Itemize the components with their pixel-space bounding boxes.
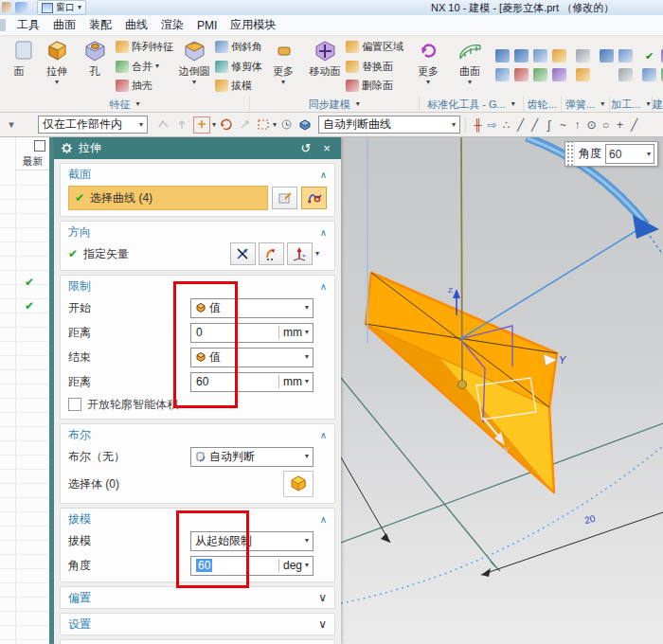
menu-assembly[interactable]: 装配 [89, 17, 112, 33]
toolbar-icon[interactable] [576, 49, 590, 63]
group-features[interactable]: 特征▾ [0, 97, 250, 112]
axis-ball-handle[interactable] [458, 381, 467, 389]
solid-body-icon[interactable] [297, 117, 313, 133]
edge-blend-button[interactable]: 边倒圆 ▾ [175, 36, 213, 97]
drag-icon[interactable] [237, 117, 252, 133]
menu-surface[interactable]: 曲面 [53, 17, 76, 33]
menu-render[interactable]: 渲染 [161, 17, 184, 33]
toolbar-icon[interactable] [552, 68, 566, 81]
rectangle-select-icon[interactable] [256, 117, 271, 133]
group-spring[interactable]: 弹簧...▾ [562, 97, 610, 112]
navigator-column-header[interactable]: 最新 [16, 154, 49, 170]
move-up-icon[interactable] [174, 117, 189, 133]
menu-tools[interactable]: 工具 [17, 17, 40, 33]
group-gear[interactable]: 齿轮... [524, 97, 561, 112]
draft-button[interactable]: 拔模 [215, 78, 262, 94]
snap-point-cloud-icon[interactable]: ∴ [499, 118, 513, 132]
hole-button[interactable]: 孔 [76, 36, 114, 97]
unite-button[interactable]: 合并 ▾ [116, 59, 173, 75]
chevron-down-icon[interactable]: ▾ [315, 250, 319, 258]
snap-plus-icon[interactable] [193, 116, 210, 134]
graphics-viewport[interactable]: Z Y X 20 角度 60 ▾ [341, 137, 663, 644]
settings-group[interactable]: 设置 ∨ [60, 613, 335, 635]
snap-arc-center-icon[interactable]: ⊙ [584, 118, 599, 132]
clock-icon[interactable] [278, 117, 294, 133]
chevron-down-icon[interactable]: ▾ [273, 121, 277, 129]
group-partial[interactable]: 建 [653, 97, 663, 112]
toolbar-icon[interactable] [600, 68, 614, 81]
toolbar-icon[interactable] [533, 49, 547, 63]
select-curve-row[interactable]: ✔ 选择曲线 (4) [68, 186, 268, 210]
unit-dropdown[interactable]: deg ▾ [278, 559, 313, 572]
section-header[interactable]: 截面 ∧ [68, 167, 327, 183]
toolbar-icon[interactable] [618, 49, 633, 63]
snap-midpoint-icon[interactable]: ╱ [528, 118, 542, 132]
trim-body-button[interactable]: 修剪体 [215, 59, 262, 75]
offset-region-button[interactable]: 偏置区域 [346, 39, 403, 55]
toolbar-icon[interactable] [552, 49, 566, 63]
snap-intersection-icon[interactable]: + [613, 118, 627, 132]
menu-pmi[interactable]: PMI [197, 19, 217, 32]
close-button[interactable]: × [319, 141, 334, 155]
group-sync-modeling[interactable]: 同步建模▾ [250, 97, 420, 112]
vector-option-button[interactable] [287, 242, 313, 265]
snap-pole-icon[interactable]: ↑ [570, 118, 584, 132]
toolbar-icon[interactable] [514, 68, 529, 81]
move-face-button[interactable]: 移动面 [306, 36, 344, 97]
select-body-button[interactable] [283, 471, 314, 497]
unit-dropdown[interactable]: mm ▾ [278, 375, 313, 388]
extrude-button[interactable]: 拉伸 ▾ [38, 36, 76, 97]
snap-endpoint-icon[interactable]: ╱ [513, 118, 528, 132]
unit-dropdown[interactable]: mm ▾ [278, 326, 313, 339]
surface-button[interactable]: 曲面 ▾ [451, 36, 489, 97]
vector-dialog-button[interactable] [259, 242, 284, 265]
shell-button[interactable]: 抽壳 [116, 78, 173, 94]
toolbar-icon[interactable] [576, 68, 590, 81]
curve-section-button[interactable] [301, 187, 327, 209]
reverse-direction-button[interactable] [230, 242, 256, 265]
chamfer-button[interactable]: 倒斜角 [215, 39, 262, 55]
curve-rule-dropdown[interactable]: 自动判断曲线 ▾ [318, 116, 460, 134]
reset-button[interactable]: ↺ [298, 141, 314, 155]
partial-button[interactable]: 面 [0, 36, 38, 97]
window-menu-button[interactable]: 窗口 ▾ [37, 0, 86, 15]
boolean-header[interactable]: 布尔 ∧ [68, 427, 327, 443]
more-sync-button[interactable]: 更多 ▾ [409, 36, 447, 97]
toolbar-icon[interactable] [514, 49, 529, 63]
snap-arrow-icon[interactable]: ⇨ [485, 118, 499, 132]
sketch-section-button[interactable] [272, 187, 297, 209]
toolbar-icon[interactable] [495, 68, 510, 81]
delete-face-button[interactable]: 删除面 [346, 78, 403, 94]
snap-two-lines-icon[interactable]: ╫ [471, 118, 485, 132]
group-machining[interactable]: 加工...▾ [610, 97, 653, 112]
quick-access-icon[interactable] [15, 2, 27, 13]
panel-box-icon[interactable] [34, 140, 45, 152]
snap-circle-icon[interactable]: ○ [599, 118, 613, 132]
check-icon[interactable]: ✔ [642, 49, 656, 63]
dialog-titlebar[interactable]: 拉伸 ↺ × [54, 137, 341, 159]
direction-header[interactable]: 方向 ∧ [68, 224, 327, 241]
snap-spline-icon[interactable]: ~ [556, 118, 570, 132]
toolbar-icon[interactable] [495, 49, 510, 63]
more-features-button[interactable]: 更多 ▾ [264, 36, 302, 97]
selection-scope-dropdown[interactable]: 仅在工作部件内 ▾ [38, 116, 148, 134]
offset-group[interactable]: 偏置 ∨ [60, 586, 335, 609]
navigator-rows[interactable] [0, 171, 49, 644]
angle-input[interactable]: 60 ▾ [605, 144, 654, 164]
chevron-down-icon[interactable]: ▾ [212, 121, 216, 129]
overflow-chevron-icon[interactable]: ▾ [4, 117, 19, 133]
group-standard-tools[interactable]: 标准化工具 - G...▾ [420, 97, 524, 112]
preview-group[interactable]: 预览 ∨ [60, 639, 335, 644]
extrude-axis-line[interactable] [461, 137, 462, 382]
toolbar-icon[interactable] [618, 68, 633, 81]
assembly-select-icon[interactable] [155, 117, 170, 133]
rotate-point-icon[interactable] [218, 117, 233, 133]
toolbar-icon[interactable] [600, 49, 614, 63]
snap-tangent-icon[interactable]: ╱ [627, 118, 641, 132]
menu-application[interactable]: 应用模块 [230, 17, 276, 33]
menu-curve[interactable]: 曲线 [125, 17, 148, 33]
toolbar-icon[interactable] [642, 68, 656, 81]
replace-face-button[interactable]: 替换面 [346, 59, 403, 75]
pattern-feature-button[interactable]: 阵列特征 [116, 39, 173, 55]
snap-curve-icon[interactable]: ʃ [542, 118, 556, 132]
